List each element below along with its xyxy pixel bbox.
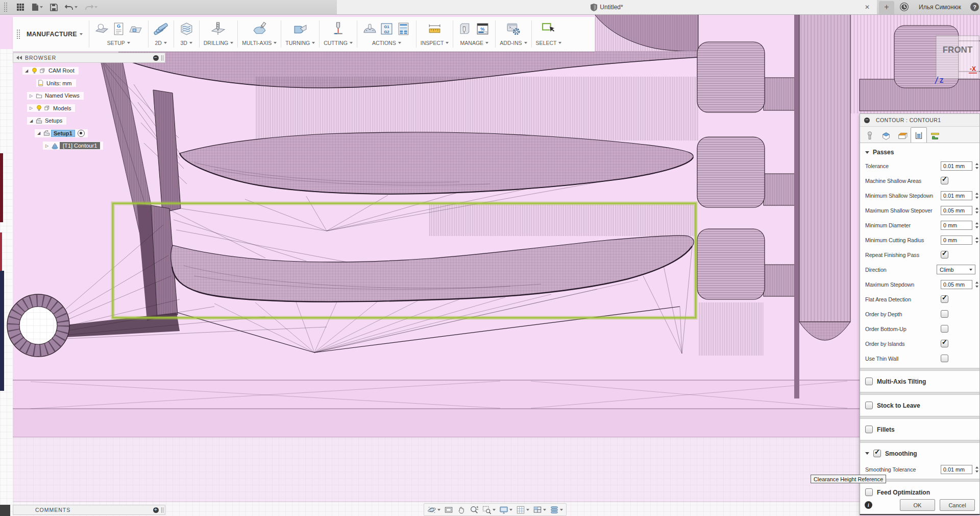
3d-milling-icon[interactable]	[178, 20, 195, 37]
user-name[interactable]: Илья Симонюк	[919, 0, 961, 14]
browser-panel-header[interactable]: BROWSER −	[13, 53, 165, 63]
geometry-tab[interactable]	[878, 129, 894, 143]
feeds-speeds-icon[interactable]: %	[474, 20, 491, 37]
smoothing-checkbox[interactable]	[873, 450, 881, 457]
section-multi-axis-tilting-header[interactable]: Multi-Axis Tilting	[865, 373, 975, 390]
linking-tab[interactable]	[927, 129, 943, 143]
add-comment-icon[interactable]: +	[153, 507, 159, 513]
help-icon[interactable]	[970, 3, 979, 11]
browser-item-setups[interactable]: ◢Setups	[13, 114, 166, 127]
tool-library-icon[interactable]	[457, 20, 474, 37]
expand-node-icon[interactable]: ▷	[44, 144, 50, 148]
cancel-button[interactable]: Cancel	[940, 499, 975, 511]
viewports-icon[interactable]	[533, 505, 546, 514]
fillets-checkbox[interactable]	[865, 426, 873, 433]
flat-area-detection-checkbox[interactable]	[941, 295, 948, 303]
setup-sheet-icon[interactable]	[395, 20, 412, 37]
sprue-cylinder[interactable]	[799, 14, 850, 340]
measure-icon[interactable]	[426, 20, 443, 37]
ribbon-group-select-dropdown[interactable]: SELECT	[536, 39, 562, 46]
visibility-bulb-icon[interactable]	[31, 67, 38, 74]
maximum-stepdown-input[interactable]: 0.05 mm	[941, 280, 972, 289]
expand-node-icon[interactable]: ▷	[28, 93, 34, 98]
order-by-islands-checkbox[interactable]	[941, 340, 948, 347]
use-thin-wall-checkbox[interactable]	[941, 355, 948, 362]
view-cube[interactable]: FRONT -X Z	[935, 36, 979, 84]
zoom-icon[interactable]	[470, 505, 479, 514]
section-stock-to-leave-header[interactable]: Stock to Leave	[865, 397, 975, 414]
minimum-cutting-radius-spinner[interactable]	[974, 237, 979, 243]
smoothing-tolerance-spinner[interactable]	[974, 466, 979, 473]
minimum-diameter-spinner[interactable]	[974, 222, 979, 228]
file-menu-icon[interactable]	[32, 3, 43, 11]
browser-options-icon[interactable]: −	[153, 55, 159, 61]
fit-icon[interactable]	[482, 505, 496, 514]
minimum-cutting-radius-input[interactable]: 0 mm	[941, 236, 972, 245]
app-grid-icon[interactable]	[16, 3, 24, 11]
runner-blocks[interactable]	[697, 42, 765, 299]
bore-ring[interactable]	[7, 294, 69, 357]
minimum-diameter-input[interactable]: 0 mm	[941, 221, 972, 230]
comments-resize-handle[interactable]	[161, 507, 163, 513]
maximum-shallow-stepover-input[interactable]: 0.05 mm	[941, 206, 972, 215]
minimum-shallow-stepdown-spinner[interactable]	[974, 193, 979, 199]
ribbon-group-turning-dropdown[interactable]: TURNING	[285, 39, 315, 46]
orbit-icon[interactable]	[427, 505, 440, 514]
repeat-finishing-pass-checkbox[interactable]	[941, 251, 948, 259]
comments-panel-header[interactable]: COMMENTS +	[13, 505, 165, 515]
browser-item-units-mm[interactable]: Units: mm	[13, 77, 166, 90]
nc-program-icon[interactable]: G	[110, 20, 127, 37]
document-tab[interactable]: Untitled* ✕	[337, 0, 877, 14]
browser-item-t1-contour1[interactable]: ▷[T1] Contour1	[13, 139, 166, 152]
job-status-clock-icon[interactable]	[899, 2, 909, 14]
visibility-bulb-icon[interactable]	[36, 105, 42, 111]
display-settings-icon[interactable]	[499, 505, 512, 514]
expand-node-icon[interactable]: ▷	[28, 106, 34, 110]
maximum-stepdown-spinner[interactable]	[974, 282, 979, 288]
ribbon-group-inspect-dropdown[interactable]: INSPECT	[421, 39, 449, 46]
active-setup-radio[interactable]	[78, 130, 85, 137]
ribbon-group-actions-dropdown[interactable]: ACTIONS	[361, 39, 412, 46]
stock-to-leave-checkbox[interactable]	[865, 402, 873, 409]
redo-icon[interactable]	[85, 4, 97, 11]
ribbon-group-multi-axis-dropdown[interactable]: MULTI-AXIS	[242, 39, 277, 46]
workspace-switcher[interactable]: MANUFACTURE	[13, 17, 89, 51]
collapse-node-icon[interactable]: ◢	[36, 131, 42, 135]
undo-icon[interactable]	[65, 4, 78, 11]
ribbon-group-setup-dropdown[interactable]: SETUP	[93, 39, 144, 46]
heights-tab[interactable]	[894, 129, 911, 143]
ribbon-group-cutting-dropdown[interactable]: CUTTING	[324, 39, 353, 46]
passes-tab[interactable]	[911, 127, 927, 143]
drilling-icon[interactable]	[210, 20, 227, 37]
new-tab-button[interactable]	[879, 1, 894, 14]
passes-section-header[interactable]: Passes	[865, 146, 975, 158]
order-bottom-up-checkbox[interactable]	[941, 325, 948, 333]
minimum-shallow-stepdown-input[interactable]: 0.01 mm	[941, 191, 972, 200]
collapse-dialog-icon[interactable]: −	[864, 118, 870, 123]
smoothing-section-header[interactable]: Smoothing	[865, 445, 975, 462]
grid-icon[interactable]	[516, 505, 529, 514]
info-icon[interactable]	[865, 501, 872, 509]
multi-axis-icon[interactable]	[251, 20, 268, 37]
browser-item-setup1[interactable]: ◢Setup1	[13, 127, 166, 140]
close-tab-icon[interactable]: ✕	[865, 0, 870, 14]
ribbon-group-add-ins-dropdown[interactable]: ADD-INS	[500, 39, 527, 46]
smoothing-tolerance-input[interactable]: 0.01 mm	[941, 465, 972, 474]
browser-item-named-views[interactable]: ▷Named Views	[13, 89, 166, 102]
tolerance-spinner[interactable]	[974, 163, 979, 169]
direction-select[interactable]: Climb	[937, 265, 975, 274]
post-process-icon[interactable]: G1G2	[378, 20, 395, 37]
tolerance-input[interactable]: 0.01 mm	[941, 161, 972, 171]
save-icon[interactable]	[50, 4, 58, 11]
simulate-icon[interactable]	[361, 20, 378, 37]
section-fillets-header[interactable]: Fillets	[865, 421, 975, 438]
ribbon-group-2d-dropdown[interactable]: 2D	[153, 39, 169, 46]
window-grip-icon[interactable]	[4, 3, 7, 12]
tool-tab[interactable]	[862, 129, 878, 143]
add-ins-icon[interactable]: >_	[505, 20, 522, 37]
select-icon[interactable]	[540, 20, 557, 37]
dialog-header[interactable]: − CONTOUR : CONTOUR1	[860, 114, 979, 127]
cutting-icon[interactable]	[330, 20, 347, 37]
browser-resize-handle[interactable]	[161, 55, 163, 61]
multi-axis-tilting-checkbox[interactable]	[865, 378, 873, 385]
